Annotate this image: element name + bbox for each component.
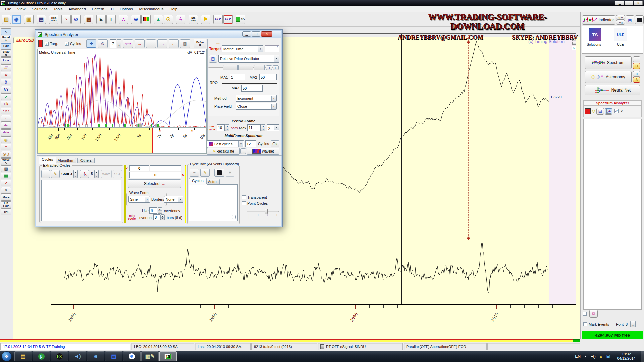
min-cycle-spinner[interactable]: ▲▼ — [225, 124, 229, 131]
astronomy-a-button[interactable]: A — [633, 77, 640, 83]
pattern-button[interactable]: ▩ — [180, 39, 190, 48]
tab-others[interactable]: Others — [77, 158, 95, 163]
astronomy-events-button[interactable]: ⁙ — [633, 71, 640, 77]
overtone-spinner[interactable]: ▲▼ — [160, 214, 165, 220]
tool-wave[interactable]: Wave ∿ — [1, 158, 11, 165]
rpo-button[interactable]: rpo — [616, 15, 625, 20]
tool-cross-hatch[interactable]: ╳ — [1, 79, 11, 85]
tab-next-button[interactable]: ► — [273, 65, 279, 70]
cycle-box-save-button[interactable] — [214, 169, 224, 177]
gdrive-icon[interactable]: ▲ — [599, 354, 603, 359]
multiframe-mode-dropdown[interactable]: Last cycles — [207, 140, 244, 147]
dialog-minimize-button[interactable]: ▁ — [242, 31, 251, 37]
tab-prev-button[interactable]: ◄ — [266, 65, 272, 70]
menu-item-pattern[interactable]: Pattern — [89, 6, 107, 12]
tool-line[interactable]: Line — [1, 57, 11, 64]
astronomy-button[interactable]: ☉☽☿ Astronomy — [585, 71, 632, 83]
clock-button[interactable]: ◔ — [61, 15, 71, 24]
tool-planets[interactable]: ☉☽ — [1, 151, 11, 158]
method-dropdown[interactable]: Exponent — [236, 95, 277, 102]
sa-line-button[interactable] — [605, 108, 612, 115]
flower-checkbox[interactable] — [583, 312, 587, 316]
solutions-icon[interactable]: TS — [589, 28, 601, 41]
cycle-color-swatch[interactable] — [592, 110, 595, 113]
ok-button[interactable]: Ok — [271, 140, 279, 147]
neural-net-button[interactable]: Neural Net — [585, 85, 640, 95]
flag-button[interactable]: ⚑ — [201, 15, 210, 24]
tool-zigzag-small[interactable]: ≈ — [1, 115, 11, 122]
tool-fan-lines[interactable]: /// — [1, 64, 11, 71]
tool-levels[interactable]: ≡ — [1, 144, 11, 150]
opacity-slider[interactable] — [247, 211, 279, 212]
max-spinner[interactable]: ▲▼ — [261, 124, 265, 131]
tool-shapes[interactable]: ◎ — [1, 136, 11, 143]
taskbar-app-notepad[interactable]: ▦✎ — [141, 351, 159, 361]
sun-button[interactable]: ☉ — [164, 15, 173, 24]
menu-item-options[interactable]: Options — [117, 6, 136, 12]
save-folder-button[interactable]: ▣ — [24, 15, 34, 24]
full-span-button[interactable]: ⟷ — [123, 39, 133, 48]
targ-checkbox[interactable] — [45, 42, 49, 46]
tool-date[interactable]: date — [1, 129, 11, 136]
cycle-box-tab-astro[interactable]: Astro — [205, 179, 220, 184]
font-size-spinner[interactable]: ▲▼ — [630, 321, 636, 327]
testing-interval-strip[interactable] — [573, 339, 580, 342]
expand-button[interactable]: ↔ — [135, 39, 145, 48]
flower-button[interactable]: ❁ — [589, 310, 598, 318]
target-swatch[interactable] — [38, 40, 43, 47]
menu-item-view[interactable]: View — [14, 6, 29, 12]
range-from-input[interactable] — [129, 165, 149, 171]
default-button[interactable]: Default — [194, 39, 206, 48]
octave-spinner[interactable]: ▲▼ — [117, 39, 121, 48]
cycle-box-remove-button[interactable]: − — [190, 169, 199, 177]
maximize-button[interactable]: ❒ — [625, 1, 633, 5]
tool-n128[interactable]: 128 — [1, 208, 11, 215]
tool-arcs[interactable]: ◠◠ — [1, 108, 11, 114]
save-button[interactable] — [635, 15, 644, 24]
range-extra-input[interactable] — [150, 165, 181, 171]
tool-edit[interactable]: Edit — [1, 43, 11, 50]
dialog-maximize-button[interactable]: ❒ — [252, 31, 260, 37]
overtones-input[interactable] — [149, 207, 157, 214]
world-button[interactable]: ◉ — [12, 15, 21, 24]
tool-panel[interactable]: Panel ∿ — [1, 36, 11, 42]
metric-dropdown[interactable]: Metric: Time — [222, 45, 263, 52]
clock[interactable]: 19:32 04/12/2014 — [614, 352, 639, 361]
tool-zigzag[interactable]: ∧∨ — [1, 86, 11, 93]
taskbar-app-backup64[interactable]: ▤ — [105, 351, 122, 361]
menu-item-file[interactable]: File — [2, 6, 14, 12]
menu-item-ti[interactable]: TI — [107, 6, 117, 12]
transfer-arrow-button[interactable]: → — [240, 148, 246, 154]
taskbar-app-timing-solution[interactable]: TS — [159, 351, 177, 361]
cycle-box-list[interactable] — [189, 184, 238, 221]
tool-abc[interactable]: abc — [1, 122, 11, 129]
close-button[interactable]: ✕ — [634, 1, 643, 5]
dialog-close-button[interactable]: ✕ — [261, 31, 272, 37]
menu-item-solutions[interactable]: Solutions — [29, 6, 50, 12]
chart-zoom-icon[interactable]: ≈ — [572, 46, 576, 50]
count-spinner[interactable]: ▲▼ — [94, 170, 99, 178]
sm-spinner[interactable]: ▲▼ — [73, 170, 78, 178]
max-input[interactable] — [247, 124, 261, 131]
tool-snap[interactable]: Snap ⊛ — [1, 50, 11, 57]
chart-mini-button-1[interactable] — [572, 38, 576, 41]
ule-open-button[interactable]: ULE — [213, 15, 223, 24]
transparent-checkbox[interactable] — [242, 195, 246, 199]
range-value-input[interactable] — [129, 172, 181, 178]
multiframe-count-input[interactable] — [245, 140, 256, 147]
ule-icon[interactable]: ULE — [614, 28, 627, 41]
globe-button[interactable]: ⊘ — [71, 15, 81, 24]
overtones-spinner[interactable]: ▲▼ — [158, 207, 162, 214]
ma3-input[interactable] — [241, 85, 263, 92]
bradley-button[interactable]: Bra dley — [189, 15, 198, 24]
color-bars-button[interactable] — [141, 15, 151, 24]
borders-dropdown[interactable]: None — [164, 196, 183, 203]
taskbar-app-internet-explorer[interactable]: e — [87, 351, 104, 361]
sa-chart-button[interactable]: ▤ — [596, 108, 604, 115]
star-box[interactable]: * — [265, 45, 279, 52]
tool-fib-exp[interactable]: Fib EXP — [1, 201, 11, 208]
recalculate-button[interactable]: ☀Recalculate — [207, 148, 240, 155]
spectrum-button[interactable]: Spectrum — [585, 56, 632, 69]
tool-trend-arrow[interactable]: ↗ — [1, 180, 11, 186]
zig-button[interactable]: zig — [616, 20, 625, 25]
